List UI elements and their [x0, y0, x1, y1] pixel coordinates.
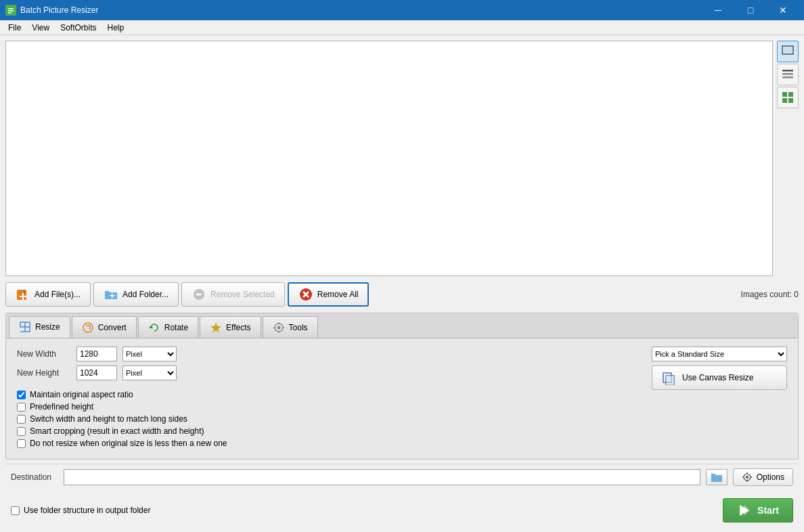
options-button[interactable]: Options — [733, 468, 793, 486]
remove-selected-button[interactable]: Remove Selected — [181, 282, 285, 307]
menu-bar: File View SoftOrbits Help — [0, 20, 804, 35]
add-folder-label: Add Folder... — [122, 290, 169, 299]
minimize-button[interactable]: ─ — [702, 0, 734, 20]
tab-convert[interactable]: Convert — [72, 316, 137, 338]
tab-effects[interactable]: Effects — [200, 316, 261, 338]
width-unit-select[interactable]: Pixel Percent cm mm inch — [122, 347, 177, 361]
no-resize-row: Do not resize when original size is less… — [17, 439, 631, 448]
no-resize-label: Do not resize when original size is less… — [30, 439, 227, 448]
height-row: New Height Pixel Percent cm mm inch — [17, 365, 631, 380]
add-folder-icon — [104, 287, 118, 302]
svg-point-33 — [277, 326, 280, 329]
menu-help[interactable]: Help — [102, 22, 130, 34]
folder-structure-label: Use folder structure in output folder — [24, 506, 150, 515]
remove-all-button[interactable]: Remove All — [288, 282, 370, 307]
image-list — [5, 41, 773, 276]
preview-area — [5, 41, 799, 276]
list-view-button[interactable] — [777, 64, 799, 85]
convert-icon — [82, 322, 94, 334]
remove-selected-icon — [192, 287, 206, 302]
tools-icon — [273, 322, 285, 334]
svg-rect-2 — [8, 10, 14, 12]
svg-rect-8 — [782, 76, 793, 79]
svg-rect-6 — [782, 70, 793, 72]
destination-input[interactable] — [64, 469, 700, 485]
no-resize-checkbox[interactable] — [17, 439, 26, 448]
tab-resize-label: Resize — [35, 322, 60, 332]
bottom-panel: Resize Convert Rotate — [5, 313, 799, 460]
remove-all-label: Remove All — [317, 290, 359, 299]
svg-rect-7 — [782, 73, 793, 75]
thumbnail-view-button[interactable] — [777, 41, 799, 62]
close-button[interactable]: ✕ — [767, 0, 799, 20]
height-label: New Height — [17, 368, 71, 378]
tab-tools[interactable]: Tools — [263, 316, 318, 338]
svg-rect-3 — [8, 12, 12, 14]
folder-structure-checkbox[interactable] — [11, 506, 20, 515]
start-button[interactable]: Start — [723, 498, 793, 523]
svg-rect-12 — [788, 98, 793, 103]
smart-crop-checkbox[interactable] — [17, 427, 26, 436]
tab-resize[interactable]: Resize — [9, 316, 70, 338]
svg-rect-10 — [788, 92, 793, 97]
svg-rect-16 — [22, 293, 24, 300]
canvas-resize-icon — [662, 370, 677, 385]
add-folder-button[interactable]: Add Folder... — [93, 282, 179, 307]
canvas-resize-label: Use Canvas Resize — [682, 373, 753, 382]
svg-point-29 — [83, 323, 93, 332]
svg-rect-24 — [20, 322, 25, 327]
smart-crop-label: Smart cropping (result in exact width an… — [30, 426, 204, 436]
predefined-height-checkbox[interactable] — [17, 403, 26, 412]
add-files-button[interactable]: Add File(s)... — [5, 282, 91, 307]
maintain-aspect-label: Maintain original aspect ratio — [30, 390, 133, 399]
svg-rect-40 — [666, 376, 674, 385]
view-controls — [777, 41, 799, 276]
smart-crop-row: Smart cropping (result in exact width an… — [17, 426, 631, 436]
standard-size-select[interactable]: Pick a Standard Size 640 × 480 800 × 600… — [652, 347, 787, 361]
svg-rect-9 — [782, 92, 787, 97]
menu-softorbits[interactable]: SoftOrbits — [55, 22, 102, 34]
start-icon — [737, 503, 752, 518]
images-count: Images count: 0 — [741, 290, 799, 299]
app-icon — [5, 5, 16, 16]
maximize-button[interactable]: □ — [735, 0, 766, 20]
svg-rect-1 — [8, 8, 14, 9]
height-unit-select[interactable]: Pixel Percent cm mm inch — [122, 365, 177, 380]
right-col: Pick a Standard Size 640 × 480 800 × 600… — [652, 347, 787, 451]
tab-bar: Resize Convert Rotate — [6, 313, 798, 338]
grid-view-button[interactable] — [777, 87, 799, 108]
svg-rect-18 — [112, 294, 113, 298]
add-files-label: Add File(s)... — [35, 290, 81, 299]
canvas-resize-button[interactable]: Use Canvas Resize — [652, 365, 787, 390]
resize-panel: New Width Pixel Percent cm mm inch New H… — [6, 338, 798, 459]
remove-selected-label: Remove Selected — [210, 290, 275, 299]
svg-rect-5 — [784, 47, 792, 53]
svg-marker-48 — [744, 505, 749, 516]
effects-icon — [210, 322, 222, 334]
svg-marker-30 — [149, 326, 153, 328]
title-bar: Batch Picture Resizer ─ □ ✕ — [0, 0, 804, 20]
destination-label: Destination — [11, 472, 58, 482]
tab-rotate[interactable]: Rotate — [138, 316, 198, 338]
svg-point-42 — [746, 476, 749, 479]
tab-tools-label: Tools — [289, 323, 308, 332]
menu-view[interactable]: View — [26, 22, 55, 34]
tab-effects-label: Effects — [226, 323, 250, 332]
width-input[interactable] — [76, 347, 117, 361]
switch-sides-row: Switch width and height to match long si… — [17, 414, 631, 424]
options-label: Options — [757, 472, 784, 482]
predefined-height-label: Predefined height — [30, 402, 93, 412]
switch-sides-label: Switch width and height to match long si… — [30, 414, 187, 424]
width-row: New Width Pixel Percent cm mm inch — [17, 347, 631, 361]
standard-size-row: Pick a Standard Size 640 × 480 800 × 600… — [652, 347, 787, 361]
toolbar: Add File(s)... Add Folder... Remove Sele… — [5, 280, 799, 309]
switch-sides-checkbox[interactable] — [17, 415, 26, 424]
menu-file[interactable]: File — [3, 22, 26, 34]
height-input[interactable] — [76, 365, 117, 380]
destination-browse-button[interactable] — [706, 469, 728, 485]
maintain-aspect-checkbox[interactable] — [17, 391, 26, 399]
app-title: Batch Picture Resizer — [20, 5, 702, 15]
folder-structure-row: Use folder structure in output folder — [11, 506, 150, 515]
tab-rotate-label: Rotate — [164, 323, 188, 332]
bottom-bar: Use folder structure in output folder St… — [5, 494, 799, 527]
